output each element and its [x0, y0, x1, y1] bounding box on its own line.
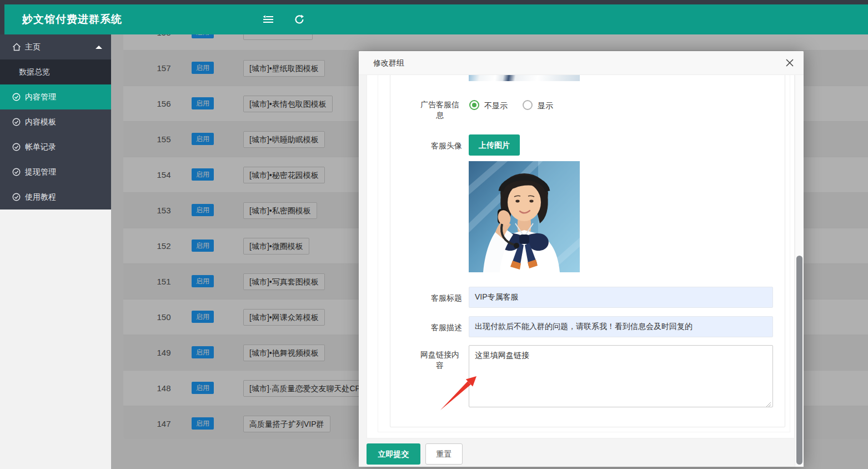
- sidebar-item-withdrawal-management[interactable]: 提现管理: [0, 159, 111, 184]
- sidebar: 主页数据总览内容管理内容模板帐单记录提现管理使用教程: [0, 34, 111, 209]
- app-header: 妙文馆付费进群系统: [4, 4, 868, 34]
- netdisk-label: 网盘链接内容: [418, 350, 462, 371]
- sidebar-item-label: 提现管理: [25, 167, 56, 177]
- sidebar-item-home[interactable]: 主页: [0, 34, 111, 59]
- home-icon: [12, 43, 21, 52]
- service-title-input[interactable]: [469, 287, 773, 308]
- sidebar-item-label: 使用教程: [25, 192, 56, 202]
- radio-show[interactable]: [523, 100, 533, 110]
- sidebar-item-content-management[interactable]: 内容管理: [0, 84, 111, 109]
- sidebar-item-label: 主页: [25, 42, 41, 52]
- sidebar-item-label: 内容模板: [25, 117, 56, 127]
- circle-check-icon: [12, 193, 21, 202]
- reset-button[interactable]: 重置: [425, 443, 463, 465]
- modal-body: 广告客服信息 不显示 显示 客服头像 上传图片: [359, 75, 804, 467]
- service-title-label: 客服标题: [418, 293, 462, 303]
- radio-hide[interactable]: [469, 100, 479, 110]
- sidebar-item-label: 数据总览: [19, 67, 50, 77]
- sidebar-item-data-overview[interactable]: 数据总览: [0, 59, 111, 84]
- header-icons: [262, 14, 305, 25]
- radio-hide-label[interactable]: 不显示: [484, 101, 508, 111]
- circle-check-icon: [12, 143, 21, 152]
- circle-check-icon: [12, 118, 21, 127]
- caret-up-icon: [96, 46, 102, 49]
- avatar-label: 客服头像: [418, 141, 462, 151]
- service-avatar-image: [469, 161, 580, 272]
- sidebar-item-bill-records[interactable]: 帐单记录: [0, 134, 111, 159]
- netdisk-textarea[interactable]: 这里填网盘链接: [469, 345, 773, 407]
- circle-check-icon: [12, 93, 21, 102]
- radio-show-label[interactable]: 显示: [538, 101, 553, 111]
- modal-title: 修改群组: [373, 51, 404, 74]
- sidebar-item-content-template[interactable]: 内容模板: [0, 109, 111, 134]
- modal-scrollbar-thumb[interactable]: [796, 256, 802, 465]
- service-desc-label: 客服描述: [418, 322, 462, 333]
- window-left-frame: [0, 0, 4, 34]
- refresh-icon[interactable]: [293, 14, 305, 25]
- collapse-menu-icon[interactable]: [262, 14, 274, 25]
- submit-button[interactable]: 立即提交: [367, 443, 420, 465]
- modal-title-bar: 修改群组: [359, 51, 804, 75]
- window-top-frame: [0, 0, 868, 4]
- sidebar-item-label: 内容管理: [25, 92, 56, 102]
- service-desc-input[interactable]: [469, 316, 773, 337]
- modal-edit-group: 修改群组 广告客服信息 不显示 显示 客服头像 上传图片: [359, 51, 804, 467]
- close-icon[interactable]: [785, 58, 795, 68]
- sidebar-item-usage-tutorial[interactable]: 使用教程: [0, 184, 111, 209]
- ad-service-label: 广告客服信息: [418, 99, 462, 121]
- modal-scrollbar[interactable]: [795, 75, 804, 467]
- circle-check-icon: [12, 168, 21, 177]
- app-title: 妙文馆付费进群系统: [22, 4, 122, 34]
- upload-image-button[interactable]: 上传图片: [469, 134, 520, 156]
- sidebar-item-label: 帐单记录: [25, 142, 56, 152]
- previous-image-sliver: [469, 75, 580, 81]
